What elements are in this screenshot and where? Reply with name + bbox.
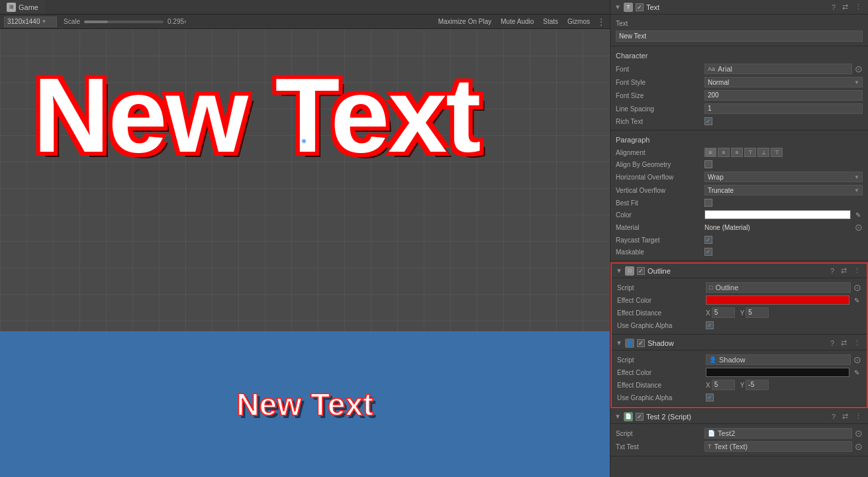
outline-xy-field: X 5 Y 5 [706,307,769,318]
rich-text-checkbox[interactable] [704,117,712,125]
outline-component-wrapper: ▼ □ Outline ? ⇄ ⋮ Script □ [610,262,868,408]
text-help-btn[interactable]: ? [830,3,838,12]
test2-component-actions: ? ⇄ ⋮ [830,411,864,421]
font-value: Arial [718,65,732,73]
align-middle-btn[interactable]: ⊥ [757,148,769,157]
outline-settings-btn[interactable]: ⇄ [839,266,849,276]
shadow-more-btn[interactable]: ⋮ [851,338,863,348]
outline-component-actions: ? ⇄ ⋮ [828,266,863,276]
outline-x-input[interactable]: 5 [712,307,735,318]
test2-txt-select[interactable]: ⊙ [855,441,863,452]
outline-script-value-box[interactable]: □ Outline [706,282,851,293]
shadow-y-input[interactable]: -5 [746,380,769,390]
test2-help-btn[interactable]: ? [830,412,838,421]
shadow-effect-color-row: Effect Color ✎ [612,366,867,378]
outline-y-pair: Y 5 [740,307,769,318]
align-bottom-btn[interactable]: ⊤ [771,148,783,157]
shadow-effect-distance-value: X 5 Y -5 [706,380,861,390]
text-component-header[interactable]: ▼ T Text ? ⇄ ⋮ [610,0,868,15]
character-section: Character Font Aa Arial ⊙ Font Style [610,46,868,131]
color-picker-btn[interactable]: ✎ [853,210,863,219]
stats-btn[interactable]: Stats [540,17,561,26]
shadow-y-label: Y [740,382,745,389]
material-value-container: None (Material) ⊙ [704,222,863,233]
test2-txt-test-value-box[interactable]: T Text (Text) [704,441,852,452]
outline-script-select[interactable]: ⊙ [853,282,861,293]
font-style-value-container: Normal ▼ [704,77,863,87]
gizmos-btn[interactable]: Gizmos [565,17,593,26]
test2-component-checkbox[interactable] [636,413,644,421]
align-by-geometry-checkbox[interactable] [704,160,712,168]
game-tab[interactable]: ⊞ Game [0,0,45,14]
shadow-component-arrow: ▼ [616,339,622,346]
font-label: Font [616,66,702,73]
scale-value: 0.295› [168,18,186,25]
align-left-btn[interactable]: ≡ [704,148,716,157]
font-select-btn[interactable]: ⊙ [855,64,863,74]
test2-script-value-box[interactable]: 📄 Test2 [704,428,852,439]
scale-slider[interactable] [84,21,164,23]
color-swatch[interactable] [704,210,851,219]
shadow-x-input[interactable]: 5 [712,380,735,390]
test2-settings-btn[interactable]: ⇄ [840,411,850,421]
shadow-help-btn[interactable]: ? [828,339,836,348]
best-fit-checkbox[interactable] [704,199,712,207]
test2-script-label: Script [616,430,702,437]
outline-component-icon: □ [625,266,634,276]
vertical-overflow-dropdown[interactable]: Truncate ▼ [704,185,863,195]
test2-component-title: Test 2 (Script) [646,413,827,421]
text-component-arrow: ▼ [614,3,621,11]
outline-help-btn[interactable]: ? [828,266,836,276]
line-spacing-input[interactable]: 1 [704,103,863,114]
outline-component-checkbox[interactable] [637,267,645,275]
text-value-input[interactable]: New Text [616,30,863,42]
maskable-checkbox[interactable] [704,248,712,256]
outline-component-header[interactable]: ▼ □ Outline ? ⇄ ⋮ [612,264,867,278]
shadow-script-select[interactable]: ⊙ [853,354,861,365]
character-heading-label: Character [616,52,648,60]
material-select-btn[interactable]: ⊙ [855,222,863,233]
shadow-effect-distance-row: Effect Distance X 5 Y -5 [612,378,867,392]
resolution-select[interactable]: 3120x1440 ▼ [4,17,57,27]
test2-script-icon: 📄 [708,430,715,437]
outline-color-swatch[interactable] [706,295,849,305]
shadow-color-swatch[interactable] [706,368,849,377]
test2-script-value-container: 📄 Test2 ⊙ [704,428,863,439]
align-by-geometry-value [704,160,863,168]
shadow-component-checkbox[interactable] [637,339,645,347]
shadow-script-value-box[interactable]: 👤 Shadow [706,354,851,365]
test2-more-btn[interactable]: ⋮ [853,411,864,421]
font-style-dropdown[interactable]: Normal ▼ [704,77,863,87]
material-label: Material [616,224,702,231]
scene-dot [301,138,307,144]
shadow-settings-btn[interactable]: ⇄ [839,338,849,348]
raycast-target-checkbox[interactable] [704,236,712,244]
align-center-btn[interactable]: ≡ [718,148,730,157]
shadow-color-picker-btn[interactable]: ✎ [852,368,861,377]
outline-more-btn[interactable]: ⋮ [851,266,863,276]
outline-color-picker-btn[interactable]: ✎ [852,295,861,305]
text-more-btn[interactable]: ⋮ [853,2,864,12]
mute-audio-btn[interactable]: Mute Audio [498,17,536,26]
toolbar-more-btn[interactable]: ⋮ [597,17,606,27]
maximize-on-play-btn[interactable]: Maximize On Play [436,17,495,26]
align-top-btn[interactable]: ⊤ [744,148,756,157]
test2-txt-test-row: Txt Test T Text (Text) ⊙ [610,440,868,453]
shadow-component-actions: ? ⇄ ⋮ [828,338,863,348]
outline-x-label: X [706,309,710,317]
text-component-checkbox[interactable] [636,3,644,11]
horizontal-overflow-dropdown[interactable]: Wrap ▼ [704,172,863,182]
font-size-input[interactable]: 200 [704,90,863,101]
align-right-btn[interactable]: ≡ [731,148,743,157]
shadow-use-graphic-alpha-checkbox[interactable] [706,394,714,401]
font-value-box[interactable]: Aa Arial [704,64,852,74]
test2-component-header[interactable]: ▼ 📄 Test 2 (Script) ? ⇄ ⋮ [610,409,868,424]
shadow-component-header[interactable]: ▼ 👤 Shadow ? ⇄ ⋮ [612,336,867,350]
scene-canvas: New Text [0,29,610,331]
text-settings-btn[interactable]: ⇄ [840,2,850,12]
outline-use-graphic-alpha-checkbox[interactable] [706,321,714,329]
outline-y-input[interactable]: 5 [746,307,769,318]
text-component-actions: ? ⇄ ⋮ [830,2,864,12]
test2-script-select[interactable]: ⊙ [855,428,863,439]
shadow-use-graphic-alpha-row: Use Graphic Alpha [612,392,867,403]
